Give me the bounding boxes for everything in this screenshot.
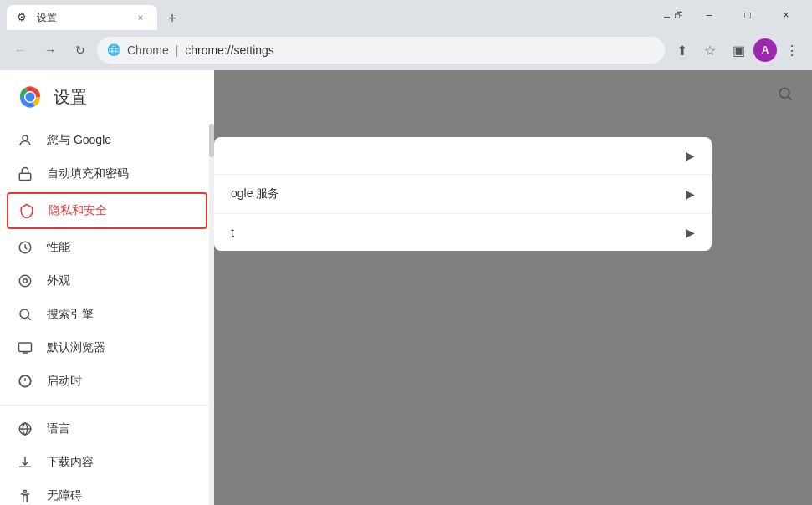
settings-card: ▶ ogle 服务 ▶ t ▶ <box>214 137 712 251</box>
menu-button[interactable]: ⋮ <box>779 37 805 64</box>
forward-button[interactable]: → <box>37 37 64 64</box>
accessibility-icon <box>17 487 33 504</box>
sidebar-item-search[interactable]: 搜索引擎 <box>0 298 214 331</box>
sidebar: 设置 您与 Google 自动填充和密码 <box>0 70 214 505</box>
sidebar-label-autofill: 自动填充和密码 <box>47 166 197 181</box>
sidebar-label-default-browser: 默认浏览器 <box>47 340 197 355</box>
you-google-icon <box>17 132 33 149</box>
sidebar-item-accessibility[interactable]: 无障碍 <box>0 479 214 505</box>
sidebar-item-downloads[interactable]: 下载内容 <box>0 446 214 479</box>
sidebar-item-appearance[interactable]: 外观 <box>0 264 214 298</box>
window-menu-icon: 🗕 🗗 <box>662 10 683 20</box>
sidebar-title: 设置 <box>54 86 87 109</box>
svg-point-13 <box>779 88 789 98</box>
new-tab-button[interactable]: + <box>161 7 184 30</box>
privacy-icon <box>18 202 35 219</box>
svg-point-6 <box>19 275 31 287</box>
sidebar-divider <box>0 405 214 406</box>
address-site-name: Chrome <box>127 43 169 57</box>
bookmark-button[interactable]: ☆ <box>697 37 723 64</box>
settings-row-1-arrow: ▶ <box>686 149 695 162</box>
minimize-button[interactable]: – <box>690 0 728 30</box>
settings-row-1[interactable]: ▶ <box>214 137 712 175</box>
sidebar-label-search: 搜索引擎 <box>47 307 197 322</box>
svg-point-12 <box>24 490 27 492</box>
content-area: ▶ ogle 服务 ▶ t ▶ <box>214 70 812 505</box>
profile-button[interactable]: A <box>753 38 777 62</box>
toolbar-actions: ⬆ ☆ ▣ A ⋮ <box>668 37 805 64</box>
sidebar-item-you-google[interactable]: 您与 Google <box>0 124 214 157</box>
svg-point-7 <box>23 279 28 283</box>
default-browser-icon <box>17 339 33 356</box>
address-bar-input[interactable]: 🌐 Chrome | chrome://settings <box>97 37 665 64</box>
settings-row-2[interactable]: ogle 服务 ▶ <box>214 175 712 214</box>
settings-row-2-text: ogle 服务 <box>231 186 686 201</box>
autofill-icon <box>17 166 33 182</box>
settings-row-2-arrow: ▶ <box>686 187 695 201</box>
search-engine-icon <box>17 306 33 323</box>
address-url: chrome://settings <box>185 43 274 57</box>
sidebar-label-language: 语言 <box>47 421 197 436</box>
back-button[interactable]: ← <box>7 37 33 64</box>
sidebar-item-performance[interactable]: 性能 <box>0 231 214 264</box>
sidebar-item-autofill[interactable]: 自动填充和密码 <box>0 157 214 191</box>
settings-cards-container: ▶ ogle 服务 ▶ t ▶ <box>214 137 762 258</box>
downloads-icon <box>17 454 33 471</box>
sidebar-label-you-google: 您与 Google <box>47 133 197 148</box>
tab-title: 设置 <box>37 11 127 25</box>
main-content: 设置 您与 Google 自动填充和密码 <box>0 70 812 505</box>
sidebar-item-language[interactable]: 语言 <box>0 412 214 446</box>
appearance-icon <box>17 273 33 289</box>
chrome-logo <box>17 84 43 110</box>
sidebar-label-appearance: 外观 <box>47 273 197 288</box>
language-icon <box>17 421 33 437</box>
address-bar: ← → ↻ 🌐 Chrome | chrome://settings ⬆ ☆ ▣… <box>0 30 812 70</box>
extensions-button[interactable]: ▣ <box>725 37 752 64</box>
address-text: Chrome | chrome://settings <box>127 43 655 57</box>
content-search-button[interactable] <box>772 80 799 107</box>
window-controls: 🗕 🗗 – □ × <box>662 0 805 30</box>
close-button[interactable]: × <box>767 0 805 30</box>
performance-icon <box>17 239 33 256</box>
startup-icon <box>17 373 33 390</box>
sidebar-label-downloads: 下载内容 <box>47 455 197 470</box>
svg-point-8 <box>20 309 29 319</box>
sidebar-label-accessibility: 无障碍 <box>47 488 197 503</box>
sidebar-label-startup: 启动时 <box>47 374 197 389</box>
svg-point-2 <box>26 93 35 102</box>
share-button[interactable]: ⬆ <box>668 37 695 64</box>
settings-row-3[interactable]: t ▶ <box>214 214 712 251</box>
settings-row-3-arrow: ▶ <box>686 226 695 239</box>
sidebar-item-startup[interactable]: 启动时 <box>0 365 214 398</box>
sidebar-header: 设置 <box>0 70 214 124</box>
sidebar-label-performance: 性能 <box>47 240 197 255</box>
sidebar-item-privacy[interactable]: 隐私和安全 <box>7 192 207 229</box>
maximize-button[interactable]: □ <box>728 0 767 30</box>
settings-row-3-text: t <box>231 226 686 239</box>
svg-point-3 <box>23 135 28 140</box>
active-tab[interactable]: ⚙ 设置 × <box>7 5 157 30</box>
tab-strip: ⚙ 设置 × + <box>7 0 662 30</box>
address-favicon: 🌐 <box>107 43 120 57</box>
tab-close-button[interactable]: × <box>134 11 147 24</box>
sidebar-item-default-browser[interactable]: 默认浏览器 <box>0 331 214 365</box>
title-bar: ⚙ 设置 × + 🗕 🗗 – □ × <box>0 0 812 30</box>
svg-rect-4 <box>19 173 31 180</box>
address-separator: | <box>172 43 181 57</box>
sidebar-scrollable[interactable]: 您与 Google 自动填充和密码 隐私和安全 <box>0 124 214 505</box>
reload-button[interactable]: ↻ <box>67 37 94 64</box>
browser-frame: ⚙ 设置 × + 🗕 🗗 – □ × ← → ↻ 🌐 Chrome | chro… <box>0 0 812 505</box>
tab-favicon: ⚙ <box>17 11 30 24</box>
sidebar-label-privacy: 隐私和安全 <box>49 203 196 218</box>
svg-rect-9 <box>19 343 32 352</box>
